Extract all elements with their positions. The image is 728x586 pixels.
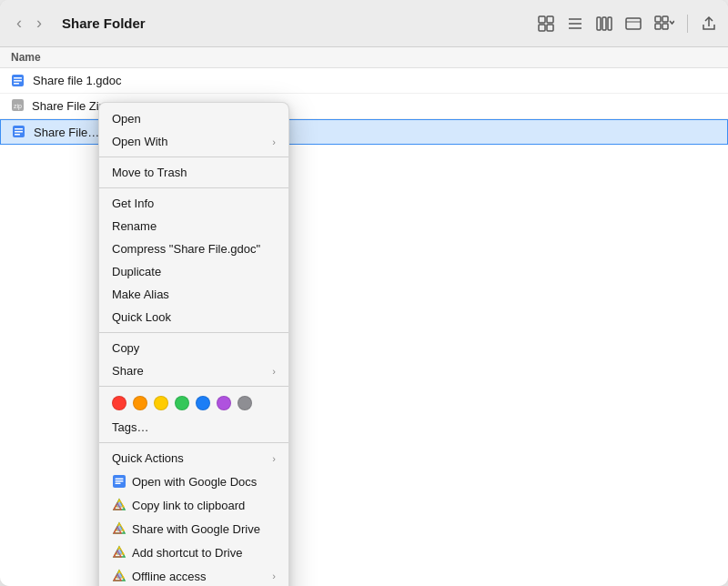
menu-item-share[interactable]: Share › bbox=[99, 359, 288, 382]
separator bbox=[99, 332, 288, 333]
svg-rect-9 bbox=[608, 17, 612, 30]
separator bbox=[99, 157, 288, 157]
svg-rect-12 bbox=[655, 16, 661, 22]
color-dot-orange[interactable] bbox=[133, 396, 147, 410]
svg-text:zip: zip bbox=[14, 103, 22, 110]
file-name: Share file 1.gdoc bbox=[33, 74, 122, 87]
submenu-arrow: › bbox=[272, 453, 276, 464]
file-icon-zip: zip bbox=[11, 98, 25, 115]
context-menu: Open Open With › Move to Trash Get Info … bbox=[98, 102, 289, 586]
separator bbox=[99, 386, 288, 387]
menu-item-move-to-trash[interactable]: Move to Trash bbox=[99, 161, 288, 184]
menu-item-rename[interactable]: Rename bbox=[99, 215, 288, 237]
svg-rect-20 bbox=[14, 83, 19, 85]
menu-item-share-google-drive[interactable]: Share with Google Drive bbox=[99, 517, 288, 541]
file-row[interactable]: Share file 1.gdoc bbox=[0, 68, 728, 94]
svg-rect-0 bbox=[539, 16, 545, 23]
svg-point-34 bbox=[116, 502, 122, 508]
separator bbox=[99, 187, 288, 188]
menu-item-tags[interactable]: Tags… bbox=[99, 416, 288, 439]
menu-item-copy-link[interactable]: Copy link to clipboard bbox=[99, 493, 288, 517]
menu-item-duplicate[interactable]: Duplicate bbox=[99, 260, 288, 283]
svg-rect-1 bbox=[547, 16, 553, 23]
menu-item-compress[interactable]: Compress "Share File.gdoc" bbox=[99, 237, 288, 260]
menu-item-open[interactable]: Open bbox=[99, 107, 288, 130]
svg-rect-10 bbox=[626, 18, 641, 29]
gdoc-icon bbox=[112, 474, 126, 489]
color-dot-blue[interactable] bbox=[196, 396, 210, 410]
submenu-arrow: › bbox=[272, 571, 276, 581]
menu-item-add-shortcut[interactable]: Add shortcut to Drive bbox=[99, 541, 288, 564]
svg-rect-28 bbox=[116, 479, 124, 480]
menu-item-get-info[interactable]: Get Info bbox=[99, 192, 288, 215]
gdrive-icon bbox=[112, 498, 126, 512]
svg-rect-14 bbox=[655, 24, 661, 29]
color-dot-gray[interactable] bbox=[238, 396, 252, 410]
color-dot-yellow[interactable] bbox=[154, 396, 168, 410]
toolbar-divider bbox=[687, 15, 688, 33]
icon-share[interactable] bbox=[701, 15, 717, 32]
color-dot-red[interactable] bbox=[112, 396, 126, 410]
svg-rect-15 bbox=[662, 24, 668, 29]
file-icon-gdoc bbox=[11, 74, 25, 88]
menu-item-quick-look[interactable]: Quick Look bbox=[99, 306, 288, 328]
color-dot-purple[interactable] bbox=[217, 396, 231, 410]
svg-rect-29 bbox=[116, 480, 124, 482]
submenu-arrow: › bbox=[272, 366, 276, 377]
submenu-arrow: › bbox=[272, 136, 276, 147]
svg-rect-25 bbox=[15, 131, 23, 133]
svg-rect-30 bbox=[116, 483, 121, 485]
svg-rect-2 bbox=[539, 25, 545, 31]
icon-column[interactable] bbox=[596, 15, 612, 32]
svg-rect-26 bbox=[15, 134, 20, 136]
svg-point-38 bbox=[116, 526, 122, 531]
toolbar: ‹ › Share Folder bbox=[0, 0, 728, 47]
menu-item-offline-access[interactable]: Offline access › bbox=[99, 564, 288, 586]
color-dot-green[interactable] bbox=[175, 396, 189, 410]
svg-rect-3 bbox=[547, 25, 553, 31]
svg-rect-19 bbox=[14, 80, 22, 82]
forward-button[interactable]: › bbox=[31, 12, 47, 35]
svg-rect-24 bbox=[15, 128, 23, 130]
gdrive-icon-2 bbox=[112, 521, 126, 536]
svg-point-42 bbox=[116, 550, 122, 555]
file-icon-gdoc bbox=[12, 125, 26, 139]
back-button[interactable]: ‹ bbox=[11, 12, 27, 35]
menu-item-quick-actions[interactable]: Quick Actions › bbox=[99, 447, 288, 470]
menu-item-open-google-docs[interactable]: Open with Google Docs bbox=[99, 470, 288, 493]
gdrive-icon-3 bbox=[112, 545, 126, 560]
menu-item-copy[interactable]: Copy bbox=[99, 337, 288, 359]
file-name: Share File… bbox=[34, 126, 99, 139]
toolbar-icons bbox=[538, 15, 717, 33]
nav-buttons: ‹ › bbox=[11, 12, 47, 35]
svg-rect-13 bbox=[662, 16, 668, 22]
separator bbox=[99, 442, 288, 443]
menu-item-open-with[interactable]: Open With › bbox=[99, 130, 288, 153]
color-dots-row bbox=[99, 390, 288, 416]
svg-rect-18 bbox=[14, 77, 22, 79]
svg-rect-7 bbox=[597, 17, 601, 30]
icon-grid[interactable] bbox=[538, 15, 554, 32]
window-title: Share Folder bbox=[62, 15, 531, 31]
menu-item-make-alias[interactable]: Make Alias bbox=[99, 283, 288, 306]
icon-grid-dropdown[interactable] bbox=[654, 15, 674, 32]
svg-rect-8 bbox=[602, 17, 606, 30]
icon-list[interactable] bbox=[567, 15, 583, 32]
svg-point-46 bbox=[116, 573, 122, 579]
icon-cover[interactable] bbox=[625, 15, 642, 32]
column-header-name: Name bbox=[0, 47, 728, 68]
gdrive-icon-4 bbox=[112, 569, 126, 583]
